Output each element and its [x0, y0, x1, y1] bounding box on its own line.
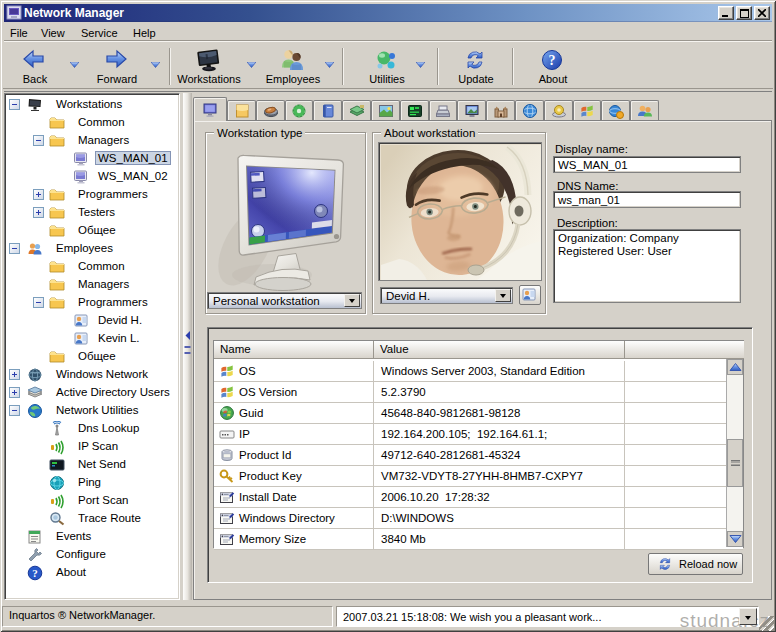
svg-text:?: ? — [549, 53, 556, 68]
svg-text:?: ? — [32, 567, 38, 579]
